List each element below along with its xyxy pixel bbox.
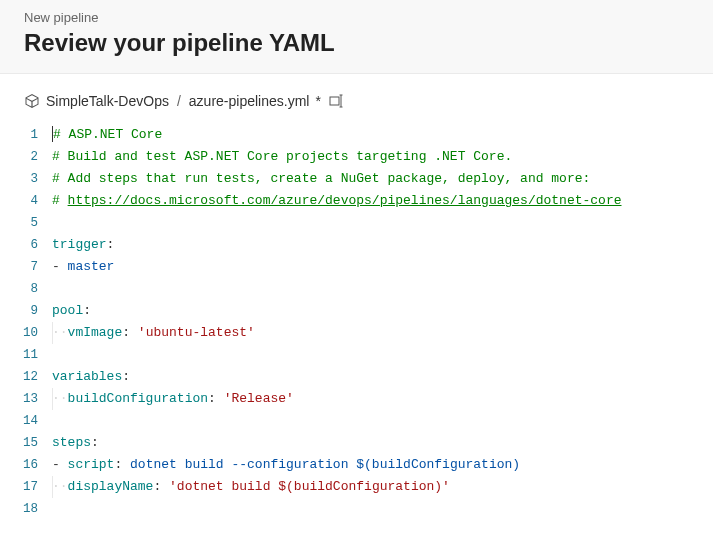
editor-line[interactable]: 11 <box>0 344 713 366</box>
yaml-editor[interactable]: 1# ASP.NET Core2# Build and test ASP.NET… <box>0 120 713 520</box>
line-number: 7 <box>0 256 52 278</box>
line-number: 3 <box>0 168 52 190</box>
editor-line[interactable]: 9pool: <box>0 300 713 322</box>
editor-line[interactable]: 18 <box>0 498 713 520</box>
code-content[interactable]: steps: <box>52 432 713 454</box>
editor-line[interactable]: 17··displayName: 'dotnet build $(buildCo… <box>0 476 713 498</box>
code-content[interactable]: ··buildConfiguration: 'Release' <box>52 388 713 410</box>
line-number: 1 <box>0 124 52 146</box>
editor-line[interactable]: 6trigger: <box>0 234 713 256</box>
code-content[interactable]: # Add steps that run tests, create a NuG… <box>52 168 713 190</box>
line-number: 2 <box>0 146 52 168</box>
editor-line[interactable]: 16- script: dotnet build --configuration… <box>0 454 713 476</box>
line-number: 9 <box>0 300 52 322</box>
line-number: 11 <box>0 344 52 366</box>
line-number: 18 <box>0 498 52 520</box>
code-content[interactable]: # Build and test ASP.NET Core projects t… <box>52 146 713 168</box>
editor-line[interactable]: 14 <box>0 410 713 432</box>
code-content[interactable]: - script: dotnet build --configuration $… <box>52 454 713 476</box>
code-content[interactable]: variables: <box>52 366 713 388</box>
dirty-indicator: * <box>315 93 320 109</box>
code-content[interactable]: - master <box>52 256 713 278</box>
line-number: 10 <box>0 322 52 344</box>
code-content[interactable]: ··displayName: 'dotnet build $(buildConf… <box>52 476 713 498</box>
svg-rect-0 <box>330 97 339 105</box>
line-number: 8 <box>0 278 52 300</box>
editor-line[interactable]: 4# https://docs.microsoft.com/azure/devo… <box>0 190 713 212</box>
editor-line[interactable]: 8 <box>0 278 713 300</box>
path-separator: / <box>175 93 183 109</box>
code-content[interactable]: ··vmImage: 'ubuntu-latest' <box>52 322 713 344</box>
line-number: 6 <box>0 234 52 256</box>
file-path-bar: SimpleTalk-DevOps / azure-pipelines.yml … <box>0 74 713 120</box>
line-number: 16 <box>0 454 52 476</box>
page-title: Review your pipeline YAML <box>24 29 689 57</box>
repo-icon <box>24 93 40 109</box>
editor-line[interactable]: 13··buildConfiguration: 'Release' <box>0 388 713 410</box>
line-number: 5 <box>0 212 52 234</box>
line-number: 13 <box>0 388 52 410</box>
rename-icon[interactable] <box>327 92 349 110</box>
editor-line[interactable]: 12variables: <box>0 366 713 388</box>
line-number: 4 <box>0 190 52 212</box>
line-number: 12 <box>0 366 52 388</box>
filename: azure-pipelines.yml <box>189 93 310 109</box>
editor-line[interactable]: 3# Add steps that run tests, create a Nu… <box>0 168 713 190</box>
editor-line[interactable]: 7- master <box>0 256 713 278</box>
code-content[interactable]: # https://docs.microsoft.com/azure/devop… <box>52 190 713 212</box>
editor-line[interactable]: 10··vmImage: 'ubuntu-latest' <box>0 322 713 344</box>
code-content[interactable]: pool: <box>52 300 713 322</box>
code-content[interactable]: trigger: <box>52 234 713 256</box>
line-number: 17 <box>0 476 52 498</box>
editor-line[interactable]: 15steps: <box>0 432 713 454</box>
repo-name[interactable]: SimpleTalk-DevOps <box>46 93 169 109</box>
text-caret <box>52 126 53 142</box>
editor-line[interactable]: 2# Build and test ASP.NET Core projects … <box>0 146 713 168</box>
editor-line[interactable]: 5 <box>0 212 713 234</box>
line-number: 15 <box>0 432 52 454</box>
code-content[interactable]: # ASP.NET Core <box>52 124 713 146</box>
editor-line[interactable]: 1# ASP.NET Core <box>0 124 713 146</box>
line-number: 14 <box>0 410 52 432</box>
page-header: New pipeline Review your pipeline YAML <box>0 0 713 74</box>
breadcrumb[interactable]: New pipeline <box>24 10 689 25</box>
